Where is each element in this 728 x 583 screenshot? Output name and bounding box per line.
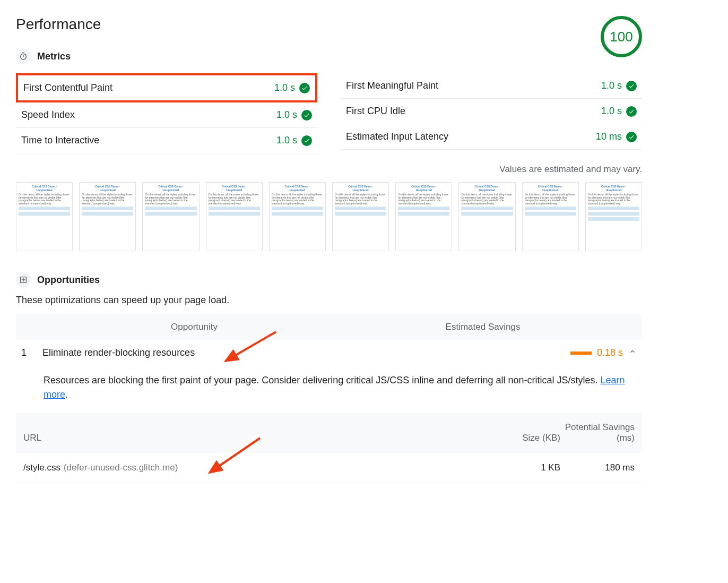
metric-label: First Contentful Paint xyxy=(23,82,112,93)
col-savings: Estimated Savings xyxy=(228,322,631,332)
metric-label: Time to Interactive xyxy=(21,135,99,146)
metric-value: 1.0 s xyxy=(601,80,622,91)
learn-more-link[interactable]: Learn more xyxy=(44,375,625,400)
filmstrip-frame: Critical CSS Demo -UnoptimizedOn this de… xyxy=(585,182,642,251)
resource-savings: 180 ms xyxy=(560,462,635,473)
resource-size: 1 KB xyxy=(486,462,560,473)
timer-icon xyxy=(16,49,31,64)
filmstrip-frame: Critical CSS Demo -UnoptimizedOn this de… xyxy=(16,182,73,251)
check-icon xyxy=(299,83,310,93)
opportunities-table-header: Opportunity Estimated Savings xyxy=(16,314,642,340)
resource-table-header: URL Size (KB) Potential Savings (ms) xyxy=(16,413,642,453)
metric-row[interactable]: Time to Interactive1.0 s xyxy=(16,128,317,153)
col-url: URL xyxy=(23,433,486,443)
metric-label: First CPU Idle xyxy=(346,106,405,117)
filmstrip-frame: Critical CSS Demo -UnoptimizedOn this de… xyxy=(79,182,136,251)
metric-value: 1.0 s xyxy=(276,109,297,121)
opportunities-icon xyxy=(16,272,31,287)
filmstrip-frame: Critical CSS Demo -UnoptimizedOn this de… xyxy=(269,182,326,251)
filmstrip-frame: Critical CSS Demo -UnoptimizedOn this de… xyxy=(458,182,515,251)
opportunity-detail: Resources are blocking the first paint o… xyxy=(16,366,642,413)
metric-value: 1.0 s xyxy=(276,135,297,146)
filmstrip-frame: Critical CSS Demo -UnoptimizedOn this de… xyxy=(332,182,389,251)
filmstrip-frame: Critical CSS Demo -UnoptimizedOn this de… xyxy=(395,182,452,251)
metric-label: Estimated Input Latency xyxy=(346,131,448,142)
check-icon xyxy=(301,110,312,121)
opportunity-time: 0.18 s xyxy=(597,347,623,358)
metric-row[interactable]: First Contentful Paint1.0 s xyxy=(16,73,317,102)
col-potential-savings: Potential Savings (ms) xyxy=(560,422,635,443)
metric-row[interactable]: Estimated Input Latency10 ms xyxy=(341,124,642,150)
metrics-grid: First Contentful Paint1.0 sSpeed Index1.… xyxy=(16,73,642,153)
check-icon xyxy=(301,135,312,146)
opportunities-heading: Opportunities xyxy=(37,275,100,286)
opportunities-description: These optimizations can speed up your pa… xyxy=(16,295,642,306)
metric-label: Speed Index xyxy=(21,109,75,121)
savings-bar xyxy=(570,351,592,355)
performance-score: 100 xyxy=(601,16,642,57)
check-icon xyxy=(626,106,637,117)
chevron-up-icon[interactable] xyxy=(628,347,637,358)
filmstrip: Critical CSS Demo -UnoptimizedOn this de… xyxy=(16,182,642,251)
opportunity-row[interactable]: 1Eliminate render-blocking resources0.18… xyxy=(16,340,642,366)
filmstrip-frame: Critical CSS Demo -UnoptimizedOn this de… xyxy=(206,182,263,251)
check-icon xyxy=(626,81,637,91)
filmstrip-frame: Critical CSS Demo -UnoptimizedOn this de… xyxy=(522,182,579,251)
metric-value: 1.0 s xyxy=(601,106,622,117)
col-opportunity: Opportunity xyxy=(27,322,228,332)
metric-row[interactable]: First Meaningful Paint1.0 s xyxy=(341,73,642,99)
metric-value: 10 ms xyxy=(596,131,622,142)
metric-row[interactable]: First CPU Idle1.0 s xyxy=(341,99,642,124)
filmstrip-frame: Critical CSS Demo -UnoptimizedOn this de… xyxy=(142,182,199,251)
col-size: Size (KB) xyxy=(486,433,560,443)
metric-row[interactable]: Speed Index1.0 s xyxy=(16,102,317,128)
resource-row: /style.css(defer-unused-css.glitch.me)1 … xyxy=(16,453,642,483)
check-icon xyxy=(626,132,637,142)
opportunity-number: 1 xyxy=(21,347,32,358)
metric-label: First Meaningful Paint xyxy=(346,80,438,91)
page-title: Performance xyxy=(16,16,101,33)
metric-value: 1.0 s xyxy=(274,82,295,93)
metrics-heading: Metrics xyxy=(37,51,71,62)
metrics-disclaimer: Values are estimated and may vary. xyxy=(16,164,642,175)
resource-path: /style.css xyxy=(23,462,60,473)
opportunity-name: Eliminate render-blocking resources xyxy=(42,347,560,358)
resource-host: (defer-unused-css.glitch.me) xyxy=(64,462,178,473)
